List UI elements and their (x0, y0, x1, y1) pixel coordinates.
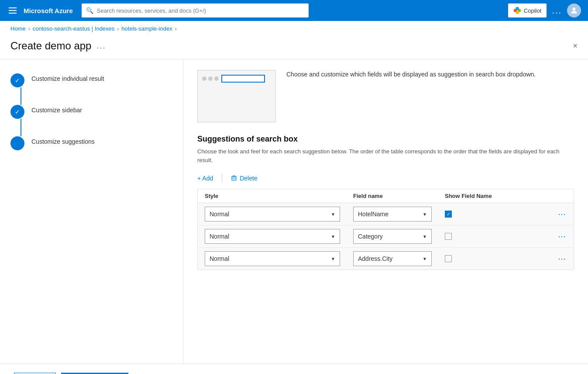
section-desc: Choose the look and feel for each search… (197, 147, 574, 164)
hamburger-button[interactable] (7, 6, 18, 15)
section-title: Suggestions of search box (197, 135, 574, 144)
row-2-style-value: Normal (210, 233, 229, 240)
topbar-right: Copilot ... (508, 3, 581, 17)
col-actions-header (523, 193, 567, 199)
row-3-actions[interactable]: ⋯ (523, 254, 567, 263)
row-3-checkbox[interactable] (445, 255, 452, 262)
step-2-circle (10, 105, 24, 119)
suggestions-table: Style Field name Show Field Name Normal … (197, 189, 574, 270)
search-icon: 🔍 (86, 7, 93, 14)
breadcrumb: Home › contoso-search-eastus | Indexes ›… (0, 21, 588, 36)
row-3-style-value: Normal (210, 255, 229, 262)
add-button[interactable]: + Add (197, 173, 213, 184)
preview-box (197, 70, 276, 122)
row-2-field-arrow: ▼ (423, 234, 427, 239)
step-connector-2 (21, 119, 21, 136)
svg-point-3 (516, 11, 519, 14)
avatar-icon (570, 6, 578, 15)
preview-dot-1 (202, 76, 206, 81)
row-3-style-cell: Normal ▼ (205, 251, 353, 266)
user-avatar[interactable] (567, 3, 581, 17)
row-1-style-cell: Normal ▼ (205, 207, 353, 222)
row-3-style-dropdown[interactable]: Normal ▼ (205, 251, 340, 266)
search-bar[interactable]: 🔍 (82, 3, 309, 17)
table-row: Normal ▼ HotelName ▼ ⋯ (198, 203, 574, 225)
main-layout: Customize individual result Customize si… (0, 59, 588, 364)
breadcrumb-sep-2: › (117, 26, 119, 32)
step-individual: Customize individual result (10, 73, 172, 87)
delete-icon (231, 175, 237, 181)
search-input[interactable] (97, 7, 304, 14)
toolbar: + Add Delete (197, 173, 574, 184)
copilot-icon (513, 7, 521, 14)
row-3-style-arrow: ▼ (331, 256, 335, 261)
row-3-field-cell: Address.City ▼ (353, 251, 445, 266)
row-2-style-cell: Normal ▼ (205, 229, 353, 244)
step-suggestions: Customize suggestions (10, 136, 172, 150)
row-1-actions[interactable]: ⋯ (523, 209, 567, 219)
table-header: Style Field name Show Field Name (198, 189, 574, 203)
row-2-checkbox-cell (445, 233, 523, 240)
svg-point-4 (573, 7, 576, 10)
row-1-checkbox-cell (445, 211, 523, 218)
row-2-actions[interactable]: ⋯ (523, 232, 567, 241)
preview-searchbar (221, 75, 265, 83)
page-title: Create demo app (10, 40, 91, 52)
step-3-label: Customize suggestions (31, 136, 95, 145)
preview-dot-3 (214, 76, 219, 81)
top-section: Choose and customize which fields will b… (197, 70, 574, 122)
row-2-style-dropdown[interactable]: Normal ▼ (205, 229, 340, 244)
row-3-field-dropdown[interactable]: Address.City ▼ (353, 251, 432, 266)
brand-logo: Microsoft Azure (24, 7, 73, 14)
row-1-checkbox[interactable] (445, 211, 452, 218)
row-3-field-arrow: ▼ (423, 256, 427, 261)
col-showfield-header: Show Field Name (445, 193, 523, 199)
row-2-style-arrow: ▼ (331, 234, 335, 239)
breadcrumb-index[interactable]: hotels-sample-index (121, 25, 172, 32)
breadcrumb-indexes[interactable]: contoso-search-eastus | Indexes (33, 25, 115, 32)
row-2-field-dropdown[interactable]: Category ▼ (353, 229, 432, 244)
svg-rect-5 (232, 177, 236, 180)
row-1-field-dropdown[interactable]: HotelName ▼ (353, 207, 432, 222)
delete-button[interactable]: Delete (231, 173, 257, 184)
row-1-field-cell: HotelName ▼ (353, 207, 445, 222)
page-header-dots[interactable]: ... (96, 42, 106, 51)
step-1-circle (10, 73, 24, 87)
breadcrumb-sep-3: › (175, 26, 177, 32)
copilot-label: Copilot (524, 7, 541, 14)
row-1-field-value: HotelName (358, 211, 389, 218)
row-2-field-value: Category (358, 233, 383, 240)
row-1-style-dropdown[interactable]: Normal ▼ (205, 207, 340, 222)
step-2-label: Customize sidebar (31, 105, 82, 114)
svg-point-2 (516, 7, 519, 10)
content-area: Choose and customize which fields will b… (183, 59, 588, 364)
preview-dots (202, 76, 219, 81)
page-header: Create demo app ... × (0, 36, 588, 59)
row-3-field-value: Address.City (358, 255, 392, 262)
row-1-style-arrow: ▼ (331, 212, 335, 217)
step-1-label: Customize individual result (31, 73, 104, 82)
step-sidebar: Customize sidebar (10, 105, 172, 119)
copilot-button[interactable]: Copilot (508, 3, 547, 17)
table-row: Normal ▼ Address.City ▼ ⋯ (198, 248, 574, 270)
col-fieldname-header: Field name (353, 193, 445, 199)
delete-label: Delete (240, 175, 257, 182)
preview-dot-2 (208, 76, 213, 81)
topbar-more-button[interactable]: ... (552, 6, 562, 16)
toolbar-divider (222, 174, 222, 183)
table-row: Normal ▼ Category ▼ ⋯ (198, 225, 574, 248)
step-3-circle (10, 136, 24, 150)
close-button[interactable]: × (573, 42, 578, 51)
row-3-checkbox-cell (445, 255, 523, 262)
row-2-field-cell: Category ▼ (353, 229, 445, 244)
topbar: Microsoft Azure 🔍 Copilot ... (0, 0, 588, 21)
row-1-style-value: Normal (210, 211, 229, 218)
row-1-field-arrow: ▼ (423, 212, 427, 217)
steps-sidebar: Customize individual result Customize si… (0, 59, 183, 364)
breadcrumb-home[interactable]: Home (10, 25, 26, 32)
col-style-header: Style (205, 193, 353, 199)
description-text: Choose and customize which fields will b… (286, 70, 536, 122)
row-2-checkbox[interactable] (445, 233, 452, 240)
step-connector-1 (21, 87, 21, 105)
footer-bar: Previous Create demo app (0, 364, 588, 374)
